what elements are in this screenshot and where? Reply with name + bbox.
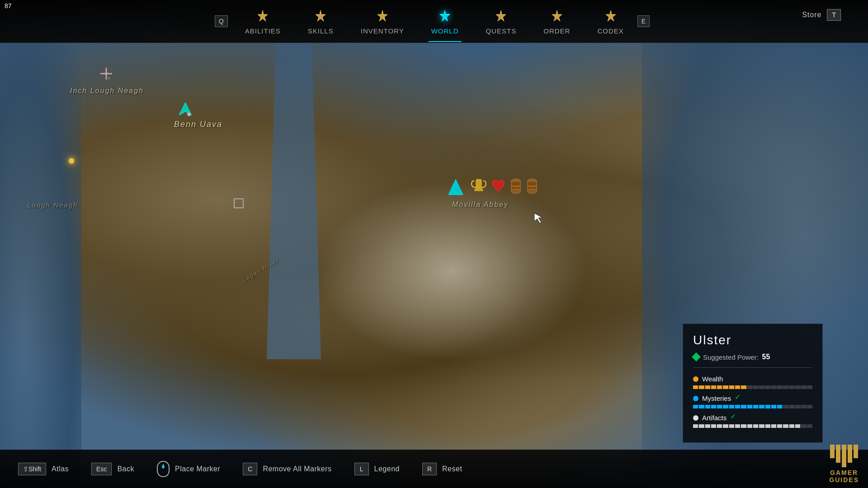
bar-segment: [723, 405, 728, 408]
bar-segment: [693, 385, 698, 389]
bar-segment: [705, 405, 710, 408]
logo: GAMER GUIDES: [829, 445, 859, 483]
marker-treasure: [448, 178, 538, 197]
bar-segment: [759, 405, 764, 408]
logo-bar-2: [836, 445, 840, 463]
bar-segment: [801, 385, 806, 389]
bar-segment: [789, 405, 794, 408]
stat-mysteries: Mysteries ✓: [693, 394, 812, 408]
bar-segment: [807, 424, 812, 428]
bottom-bar: ⇧Shift Atlas Esc Back Place Marker C Rem…: [0, 450, 868, 488]
world-label: World: [431, 27, 459, 35]
nav-item-quests[interactable]: Quests: [472, 5, 530, 38]
mouse-click-dot: [162, 465, 165, 468]
bar-segment: [771, 424, 776, 428]
marker-square: [233, 198, 244, 211]
reset-label: Reset: [442, 465, 462, 473]
nav-item-skills[interactable]: Skills: [294, 5, 347, 38]
navbar: Q Abilities Skills: [0, 0, 868, 43]
bar-segment: [765, 424, 770, 428]
mysteries-checkmark: ✓: [735, 393, 741, 401]
power-row: Suggested Power: 55: [693, 353, 812, 368]
order-icon: [549, 8, 565, 24]
bar-segment: [711, 424, 716, 428]
nav-item-inventory[interactable]: Inventory: [347, 5, 418, 38]
marker-cross: ✕: [99, 67, 113, 82]
gamer-guides-logo: GAMER GUIDES: [829, 445, 859, 483]
svg-point-17: [528, 189, 537, 193]
bar-segment: [777, 405, 782, 408]
artifacts-checkmark: ✓: [730, 412, 736, 421]
svg-point-5: [187, 113, 191, 116]
codex-icon: [603, 8, 619, 24]
bar-segment: [711, 385, 716, 389]
water-left: [0, 43, 81, 488]
bar-segment: [801, 405, 806, 408]
bar-segment: [795, 405, 800, 408]
bar-segment: [711, 405, 716, 408]
bar-segment: [699, 385, 704, 389]
inventory-label: Inventory: [361, 27, 404, 35]
bar-segment: [795, 424, 800, 428]
bar-segment: [783, 405, 788, 408]
action-reset[interactable]: R Reset: [422, 463, 462, 475]
legend-label: Legend: [374, 465, 400, 473]
action-remove-markers[interactable]: C Remove All Markers: [243, 463, 331, 475]
stat-artifacts: Artifacts ✓: [693, 414, 812, 428]
logo-text-bottom: GUIDES: [829, 476, 859, 483]
region-name: Ulster: [693, 333, 812, 347]
bar-segment: [723, 385, 728, 389]
bar-segment: [699, 424, 704, 428]
codex-label: Codex: [597, 27, 623, 35]
bar-segment: [789, 385, 794, 389]
action-place-marker[interactable]: Place Marker: [157, 461, 220, 477]
bar-segment: [795, 385, 800, 389]
svg-marker-25: [552, 10, 562, 21]
nav-key-e[interactable]: E: [637, 15, 650, 27]
svg-marker-26: [606, 10, 616, 21]
bar-segment: [717, 385, 722, 389]
bar-segment: [807, 385, 812, 389]
logo-bar-3: [842, 445, 846, 467]
nav-item-order[interactable]: Order: [530, 5, 584, 38]
remove-markers-label: Remove All Markers: [263, 465, 331, 473]
nav-key-q[interactable]: Q: [215, 15, 228, 27]
svg-marker-24: [496, 10, 506, 21]
power-diamond-icon: [692, 352, 701, 361]
back-key: Esc: [91, 463, 112, 475]
bar-segment: [693, 424, 698, 428]
svg-marker-20: [258, 10, 268, 21]
action-back[interactable]: Esc Back: [91, 463, 134, 475]
bar-segment: [771, 385, 776, 389]
abilities-icon: [255, 8, 271, 24]
svg-marker-21: [316, 10, 326, 21]
bar-segment: [759, 385, 764, 389]
store-button[interactable]: Store T: [802, 9, 841, 21]
svg-marker-23: [440, 10, 450, 21]
nav-item-abilities[interactable]: Abilities: [231, 5, 294, 38]
action-legend[interactable]: L Legend: [354, 463, 400, 475]
bar-segment: [801, 424, 806, 428]
logo-bars: [830, 445, 858, 467]
skills-label: Skills: [308, 27, 334, 35]
bar-segment: [705, 424, 710, 428]
stat-mysteries-label: Mysteries ✓: [693, 394, 812, 402]
svg-marker-19: [534, 213, 542, 223]
svg-rect-6: [234, 199, 243, 208]
svg-rect-10: [474, 189, 483, 191]
glow-marker-1: [69, 158, 74, 164]
bar-segment: [693, 405, 698, 408]
back-label: Back: [117, 465, 134, 473]
wealth-bar: [693, 385, 812, 389]
bar-segment: [735, 385, 740, 389]
nav-item-codex[interactable]: Codex: [584, 5, 637, 38]
svg-rect-9: [475, 188, 482, 189]
stat-artifacts-label: Artifacts ✓: [693, 414, 812, 422]
nav-item-world[interactable]: World: [418, 5, 472, 38]
action-atlas[interactable]: ⇧Shift Atlas: [18, 463, 69, 475]
bar-segment: [753, 385, 758, 389]
bar-segment: [741, 405, 746, 408]
bar-segment: [783, 424, 788, 428]
bar-segment: [729, 424, 734, 428]
world-icon: [437, 8, 453, 24]
